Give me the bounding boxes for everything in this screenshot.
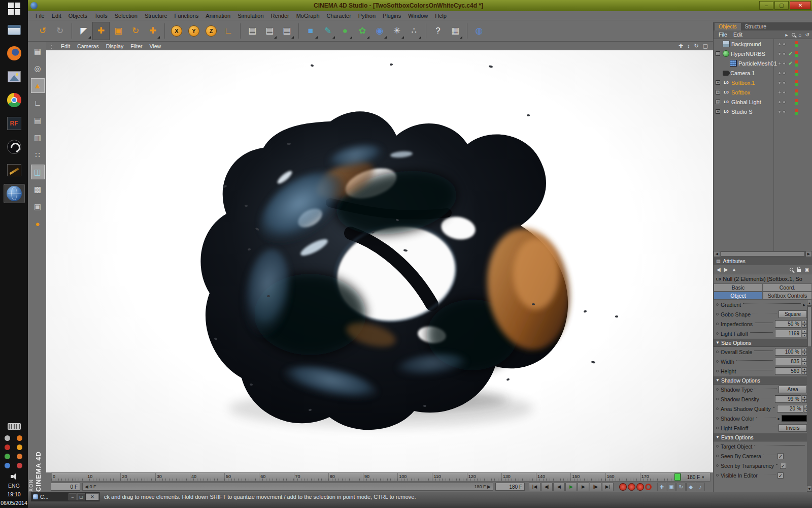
menu-file[interactable]: File (32, 13, 48, 19)
ruler-tick[interactable]: 0 (51, 473, 86, 481)
keyframe-pla-toggle[interactable]: ♪ (696, 483, 705, 491)
scrollbar-thumb[interactable] (721, 251, 805, 257)
undo-button[interactable]: ↺ (34, 22, 51, 40)
keyframe-scale-toggle[interactable]: ▣ (667, 483, 676, 491)
scale-tool[interactable]: ▣ (110, 22, 127, 40)
redo-button[interactable]: ↻ (51, 22, 69, 40)
object-row[interactable]: +L0Softbox.1 (714, 78, 812, 87)
zoom-view-icon[interactable]: ↕ (687, 43, 690, 49)
expand-arrow-icon[interactable]: ▸ (786, 32, 788, 38)
viewport-menu-edit[interactable]: Edit (57, 43, 74, 49)
stepper-down-icon[interactable]: ▼ (802, 371, 807, 375)
keyframe-dot-icon[interactable] (716, 464, 719, 467)
preview-range-track[interactable]: ◀ 0 F 180 F ▶ (82, 483, 493, 491)
scroll-right-icon[interactable]: ▶ (805, 251, 812, 257)
forward-icon[interactable]: ▶ (724, 267, 728, 272)
stepper-down-icon[interactable]: ▼ (802, 324, 807, 328)
attribute-value-field[interactable]: 1169 (775, 330, 801, 337)
visibility-dots[interactable] (778, 52, 786, 55)
add-subdivision-button[interactable]: ● (336, 22, 354, 40)
record-position-toggle[interactable] (628, 483, 635, 491)
object-row[interactable]: Background (714, 39, 812, 49)
ruler-tick[interactable]: 70 (294, 473, 328, 481)
layer-color-chip[interactable] (795, 70, 798, 76)
tray-icon-8[interactable] (17, 463, 22, 468)
viewport-menu-view[interactable]: View (146, 43, 164, 49)
object-row[interactable]: Camera.1 (714, 68, 812, 78)
tab-object[interactable]: Object (714, 292, 763, 300)
tab-structure[interactable]: Structure (741, 23, 771, 30)
menu-character[interactable]: Character (323, 13, 355, 19)
stepper-up-icon[interactable]: ▲ (802, 320, 807, 324)
ruler-tick[interactable]: 110 (432, 473, 466, 481)
record-keyframe-button[interactable] (619, 483, 627, 491)
keyframe-dot-icon[interactable] (716, 407, 719, 410)
scroll-left-icon[interactable]: ◀ (714, 251, 720, 257)
clock-date[interactable]: 06/05/2014 (1, 500, 27, 506)
render-visibility-dot[interactable] (783, 62, 786, 65)
viewport-canvas[interactable] (46, 50, 713, 472)
attribute-value-button[interactable]: Invers (779, 424, 807, 432)
scroll-up-icon[interactable]: ▲ (807, 300, 812, 306)
menu-python[interactable]: Python (355, 13, 379, 19)
keyframe-dot-icon[interactable] (716, 360, 719, 363)
previous-frame-button[interactable]: ◀ (553, 483, 565, 491)
tab-coord[interactable]: Coord. (763, 283, 812, 292)
editor-visibility-dot[interactable] (778, 72, 781, 75)
close-button[interactable]: ✕ (790, 1, 811, 10)
tray-icon-3[interactable] (5, 444, 10, 450)
stepper-arrows[interactable]: ▲▼ (802, 348, 807, 356)
attribute-value-field[interactable]: 50 % (775, 320, 801, 328)
volume-icon[interactable] (10, 473, 18, 480)
tray-icon-4[interactable] (17, 444, 22, 450)
model-mode-button[interactable]: ◎ (31, 61, 45, 76)
stepper-down-icon[interactable]: ▼ (802, 362, 807, 366)
x-axis-lock[interactable]: X (168, 22, 185, 40)
keyframe-dot-icon[interactable] (716, 398, 719, 400)
layer-color-chip[interactable] (795, 41, 798, 47)
add-particles-button[interactable]: ✳ (388, 22, 405, 40)
tab-objects[interactable]: Objects (715, 23, 741, 30)
timeline-ruler[interactable]: 0102030405060708090100110120130140150160… (51, 472, 710, 482)
keyframe-dot-icon[interactable] (716, 474, 719, 477)
object-row[interactable]: +L0Global Light (714, 97, 812, 107)
objects-horizontal-scrollbar[interactable]: ◀ ▶ (714, 251, 812, 257)
render-visibility-dot[interactable] (783, 91, 786, 94)
snap-settings-button[interactable]: ▦ (447, 22, 464, 40)
expander-icon[interactable]: + (716, 90, 720, 94)
enabled-check-icon[interactable]: ✓ (789, 51, 793, 56)
attribute-value-field[interactable]: 100 % (775, 348, 801, 356)
add-array-button[interactable]: ✿ (354, 22, 371, 40)
previous-key-button[interactable]: ◀| (541, 483, 553, 491)
layer-color-chip[interactable] (795, 99, 798, 105)
back-icon[interactable]: ◀ (717, 267, 721, 272)
menu-functions[interactable]: Functions (171, 13, 202, 19)
visibility-dots[interactable] (778, 43, 786, 46)
visibility-dots[interactable] (778, 101, 786, 104)
ruler-tick[interactable]: 50 (224, 473, 259, 481)
axis-mode-button[interactable]: ∟ (31, 96, 45, 110)
keyframe-parameter-toggle[interactable]: ◆ (686, 483, 695, 491)
tray-icon-1[interactable] (5, 435, 10, 441)
stepper-up-icon[interactable]: ▲ (802, 367, 807, 371)
online-help-button[interactable]: ◍ (470, 22, 488, 40)
keyframe-dot-icon[interactable] (716, 427, 719, 429)
stepper-down-icon[interactable]: ▼ (802, 399, 807, 403)
menu-structure[interactable]: Structure (141, 13, 171, 19)
last-used-tool[interactable]: ✚ (144, 22, 161, 40)
attribute-value-field[interactable]: 835 (775, 358, 801, 365)
ruler-end-frame[interactable]: 180 F▾ (681, 473, 710, 481)
record-rotation-toggle[interactable] (636, 483, 644, 491)
refresh-icon[interactable]: ↺ (805, 32, 809, 38)
attribute-value-button[interactable]: Square (779, 310, 807, 318)
stepper-arrows[interactable]: ▲▼ (802, 395, 807, 403)
render-visibility-dot[interactable] (783, 43, 786, 46)
maximize-button[interactable]: ▢ (774, 1, 789, 10)
keyframe-dot-icon[interactable] (716, 323, 719, 325)
tab-basic[interactable]: Basic (714, 283, 763, 292)
add-spline-button[interactable]: ✎ (319, 22, 336, 40)
keyframe-dot-icon[interactable] (716, 313, 719, 315)
pan-view-icon[interactable]: ✚ (679, 43, 683, 49)
viewport-filter-button[interactable]: ● (31, 216, 45, 231)
ruler-tick[interactable]: 10 (86, 473, 120, 481)
